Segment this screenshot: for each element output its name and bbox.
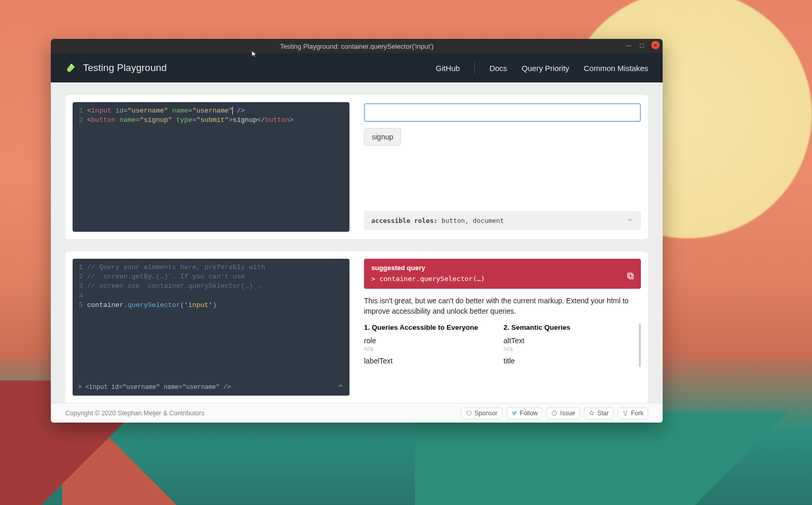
- row-query: 1// Query your elements here, preferably…: [65, 251, 648, 403]
- minimize-icon[interactable]: ─: [624, 41, 633, 49]
- content: 1<input id="username" name="username" />…: [51, 82, 663, 403]
- issue-button[interactable]: Issue: [547, 408, 580, 419]
- app-header: Testing Playground GitHub Docs Query Pri…: [51, 53, 663, 82]
- nav-github[interactable]: GitHub: [436, 64, 460, 73]
- result-panel: suggested query > container.querySelecto…: [364, 259, 641, 396]
- nav-links: GitHub Docs Query Priority Common Mistak…: [436, 62, 648, 74]
- fork-icon: [622, 410, 628, 416]
- nav-docs[interactable]: Docs: [489, 64, 507, 73]
- line-number: 3: [73, 282, 87, 291]
- chevron-up-icon[interactable]: [626, 216, 634, 225]
- svg-rect-1: [628, 273, 632, 277]
- nav-query-priority[interactable]: Query Priority: [522, 64, 569, 73]
- query-editor[interactable]: 1// Query your elements here, preferably…: [73, 259, 349, 396]
- html-editor[interactable]: 1<input id="username" name="username" />…: [73, 102, 349, 232]
- queries-grid[interactable]: 1. Queries Accessible to Everyone role n…: [364, 324, 641, 367]
- line-content: <button name="signup" type="submit">sign…: [87, 116, 293, 125]
- line-number: 1: [73, 263, 87, 272]
- heart-icon: [466, 410, 472, 416]
- titlebar[interactable]: Testing Playground: container.querySelec…: [51, 39, 663, 53]
- footer-copyright: Copyright © 2020 Stephan Meijer & Contri…: [65, 410, 204, 417]
- line-content: // screen use `container.querySelector(……: [87, 282, 261, 291]
- code-line[interactable]: 1// Query your elements here, preferably…: [73, 263, 349, 272]
- code-line[interactable]: 2// `screen.getBy…(…)`. If you can't use: [73, 272, 349, 282]
- code-line[interactable]: 4: [73, 291, 349, 301]
- copy-icon[interactable]: [626, 272, 635, 282]
- query-item-title[interactable]: title: [503, 355, 634, 367]
- query-item-role[interactable]: role n/a: [364, 334, 494, 355]
- line-number: 2: [73, 272, 87, 282]
- code-line[interactable]: 1<input id="username" name="username" />: [73, 106, 349, 116]
- star-icon: [589, 410, 595, 416]
- line-content: // Query your elements here, preferably …: [87, 263, 265, 272]
- line-content: // `screen.getBy…(…)`. If you can't use: [87, 272, 245, 282]
- queries-group2-title: 2. Semantic Queries: [503, 324, 634, 331]
- nav-separator: [474, 62, 475, 74]
- code-line[interactable]: 3// screen use `container.querySelector(…: [73, 282, 349, 291]
- status-element: <input id="username" name="username" />: [85, 384, 231, 391]
- svg-point-7: [625, 414, 626, 415]
- sponsor-button[interactable]: Sponsor: [461, 408, 502, 419]
- footer: Copyright © 2020 Stephan Meijer & Contri…: [51, 403, 663, 423]
- suggested-query-box: suggested query > container.querySelecto…: [364, 259, 641, 289]
- follow-button[interactable]: Follow: [507, 408, 543, 419]
- brand[interactable]: Testing Playground: [65, 62, 167, 74]
- line-number: 4: [73, 291, 87, 301]
- preview-username-input[interactable]: [364, 103, 641, 122]
- suggested-query-code: > container.querySelector(…): [371, 275, 634, 283]
- queries-group1-title: 1. Queries Accessible to Everyone: [364, 324, 494, 331]
- fork-button[interactable]: Fork: [618, 408, 648, 419]
- accessible-roles-bar: accessible roles: button, document: [364, 211, 641, 230]
- svg-point-4: [554, 414, 555, 414]
- app-window: Testing Playground: container.querySelec…: [51, 39, 663, 423]
- issue-icon: [551, 410, 557, 416]
- line-content: <input id="username" name="username" />: [87, 106, 245, 116]
- line-content: container.querySelector('input'): [87, 301, 217, 310]
- query-editor-status: > <input id="username" name="username" /…: [73, 379, 349, 396]
- preview-signup-button[interactable]: signup: [364, 128, 401, 146]
- query-item-alttext[interactable]: altText n/a: [503, 334, 634, 355]
- status-prompt: >: [78, 384, 85, 391]
- preview-panel: signup accessible roles: button, documen…: [364, 102, 641, 232]
- footer-actions: Sponsor Follow Issue Star Fork: [461, 408, 648, 419]
- suggested-query-title: suggested query: [371, 264, 634, 272]
- test-tube-icon: [65, 63, 76, 73]
- code-line[interactable]: 5container.querySelector('input'): [73, 301, 349, 310]
- window-title: Testing Playground: container.querySelec…: [280, 43, 433, 50]
- line-number: 5: [73, 301, 87, 310]
- preview-stage: signup: [364, 102, 641, 205]
- line-number: 2: [73, 116, 87, 125]
- roles-label: accessible roles:: [371, 217, 438, 225]
- line-number: 1: [73, 106, 87, 116]
- close-icon[interactable]: ✕: [651, 41, 660, 49]
- row-markup: 1<input id="username" name="username" />…: [65, 95, 648, 239]
- roles-value: button, document: [438, 217, 504, 225]
- result-explain: This isn't great, but we can't do better…: [364, 296, 641, 316]
- star-button[interactable]: Star: [584, 408, 613, 419]
- twitter-icon: [511, 410, 517, 416]
- svg-point-6: [626, 411, 627, 412]
- maximize-icon[interactable]: □: [638, 41, 646, 49]
- svg-point-5: [624, 411, 625, 412]
- svg-rect-0: [629, 275, 633, 279]
- query-item-labeltext[interactable]: labelText: [364, 355, 494, 367]
- nav-common-mistakes[interactable]: Common Mistakes: [584, 64, 648, 73]
- brand-title: Testing Playground: [83, 62, 167, 74]
- chevron-up-icon[interactable]: [337, 382, 344, 392]
- code-line[interactable]: 2<button name="signup" type="submit">sig…: [73, 116, 349, 125]
